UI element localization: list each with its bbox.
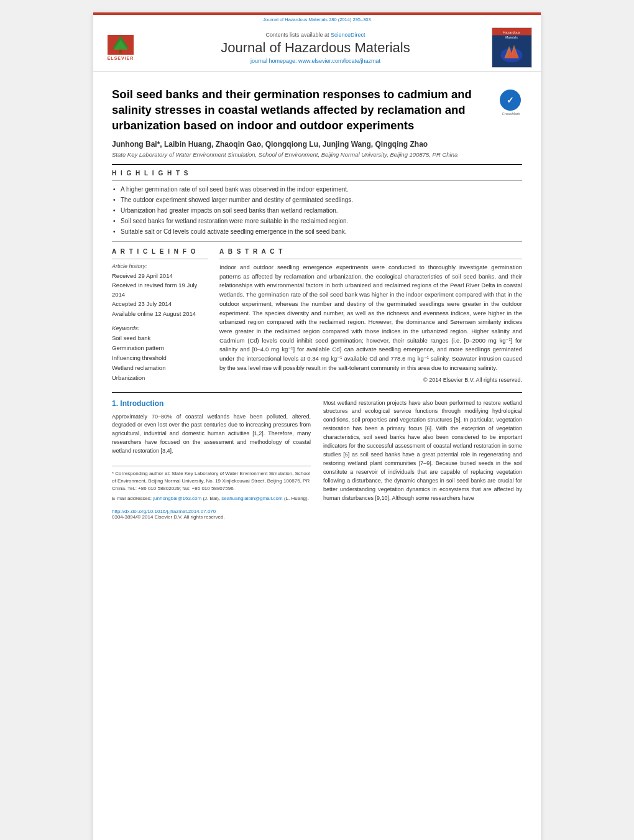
received-revised-date: Received in revised form 19 July 2014 <box>112 280 208 299</box>
accepted-date: Accepted 23 July 2014 <box>112 299 208 308</box>
article-info-abstract: A R T I C L E I N F O Article history: R… <box>112 248 522 384</box>
main-content: Soil seed banks and their germination re… <box>93 72 541 532</box>
body-text-right: Most wetland restoration projects have a… <box>323 399 522 503</box>
article-title-section: Soil seed banks and their germination re… <box>112 87 522 134</box>
journal-title: Journal of Hazardous Materials <box>139 40 492 56</box>
svg-text:Materials: Materials <box>505 36 518 39</box>
abstract-copyright: © 2014 Elsevier B.V. All rights reserved… <box>219 377 522 383</box>
elsevier-logo: ELSEVIER <box>102 35 139 60</box>
keyword-item: Wetland reclamation <box>112 363 208 373</box>
body-col-right: Most wetland restoration projects have a… <box>323 399 522 520</box>
highlight-item: The outdoor experiment showed larger num… <box>112 195 522 206</box>
svg-text:Hazardous: Hazardous <box>503 30 520 34</box>
highlights-divider-bottom <box>112 180 522 181</box>
body-section: 1. Introduction Approximately 70–80% of … <box>112 399 522 520</box>
abstract-text: Indoor and outdoor seedling emergence ex… <box>219 263 522 373</box>
footnote-email: E-mail addresses: junhongbai@163.com (J.… <box>112 495 311 502</box>
highlight-item: Suitable salt or Cd levels could activat… <box>112 227 522 238</box>
available-date: Available online 12 August 2014 <box>112 309 208 318</box>
highlight-item: A higher germination rate of soil seed b… <box>112 185 522 195</box>
highlights-divider-top <box>112 164 522 165</box>
footnote-email1-name: (J. Bai), <box>203 496 220 501</box>
page: Journal of Hazardous Materials 280 (2014… <box>93 12 541 840</box>
highlight-item: Urbanization had greater impacts on soil… <box>112 206 522 216</box>
footnote-bottom: http://dx.doi.org/10.1016/j.jhazmat.2014… <box>112 509 311 520</box>
journal-logo-right: Hazardous Materials <box>492 27 532 68</box>
keyword-item: Germination pattern <box>112 343 208 353</box>
highlight-item: Soil seed banks for wetland restoration … <box>112 216 522 227</box>
footnote-corresponding: * Corresponding author at: State Key Lab… <box>112 470 311 492</box>
article-history-label: Article history: <box>112 263 208 269</box>
journal-header: ELSEVIER Contents lists available at Sci… <box>93 22 541 72</box>
intro-col1-text: Approximately 70–80% of coastal wetlands… <box>112 413 311 455</box>
elsevier-tree-icon <box>108 35 134 55</box>
crossmark-icon: ✓ <box>500 90 521 111</box>
keywords-label: Keywords: <box>112 325 139 331</box>
issn-text: 0304-3894/© 2014 Elsevier B.V. All right… <box>112 514 311 520</box>
affiliation: State Key Laboratory of Water Environmen… <box>112 151 522 158</box>
highlights-header: H I G H L I G H T S <box>112 170 522 177</box>
body-text-left: Approximately 70–80% of coastal wetlands… <box>112 413 311 456</box>
received-date: Received 29 April 2014 <box>112 271 208 280</box>
contents-line: Contents lists available at ScienceDirec… <box>139 32 492 38</box>
doi-link[interactable]: http://dx.doi.org/10.1016/j.jhazmat.2014… <box>112 509 216 514</box>
article-info-header: A R T I C L E I N F O <box>112 248 208 255</box>
keyword-item: Soil seed bank <box>112 333 208 343</box>
abstract-header: A B S T R A C T <box>219 248 522 255</box>
doi-top-line: Journal of Hazardous Materials 280 (2014… <box>93 15 541 22</box>
footnote-email2-name: (L. Huang). <box>284 496 309 501</box>
authors: Junhong Bai*, Laibin Huang, Zhaoqin Gao,… <box>112 140 522 149</box>
journal-homepage: journal homepage: www.elsevier.com/locat… <box>139 58 492 64</box>
footnote-email-label: E-mail addresses: <box>112 496 152 501</box>
body-col-left: 1. Introduction Approximately 70–80% of … <box>112 399 311 520</box>
homepage-url[interactable]: www.elsevier.com/locate/jhazmat <box>298 58 380 64</box>
homepage-label: journal homepage: <box>250 58 297 64</box>
journal-cover-icon: Hazardous Materials <box>492 28 532 67</box>
abstract-col: A B S T R A C T Indoor and outdoor seedl… <box>219 248 522 384</box>
footnote-email1[interactable]: junhongbai@163.com <box>153 496 201 501</box>
crossmark-logo: ✓ CrossMark <box>500 90 522 112</box>
crossmark-label: CrossMark <box>500 112 522 116</box>
doi-top-text: Journal of Hazardous Materials 280 (2014… <box>263 17 370 22</box>
keyword-item: Influencing threshold <box>112 353 208 363</box>
footnote-email2[interactable]: seahuanglaibin@gmail.com <box>221 496 282 501</box>
footnote-area: * Corresponding author at: State Key Lab… <box>112 466 311 502</box>
elsevier-label: ELSEVIER <box>108 56 134 60</box>
keyword-item: Urbanization <box>112 373 208 383</box>
article-title: Soil seed banks and their germination re… <box>112 87 494 134</box>
abstract-divider <box>219 259 522 259</box>
article-info-col: A R T I C L E I N F O Article history: R… <box>112 248 208 384</box>
section-title: 1. Introduction <box>112 399 311 408</box>
journal-center-header: Contents lists available at ScienceDirec… <box>139 32 492 64</box>
body-divider <box>112 392 522 393</box>
highlights-list: A higher germination rate of soil seed b… <box>112 185 522 238</box>
highlights-end-divider <box>112 241 522 242</box>
authors-text: Junhong Bai*, Laibin Huang, Zhaoqin Gao,… <box>112 140 428 149</box>
keywords-list: Soil seed bank Germination pattern Influ… <box>112 333 208 384</box>
article-info-divider <box>112 259 208 259</box>
keywords-header: Keywords: <box>112 325 208 331</box>
